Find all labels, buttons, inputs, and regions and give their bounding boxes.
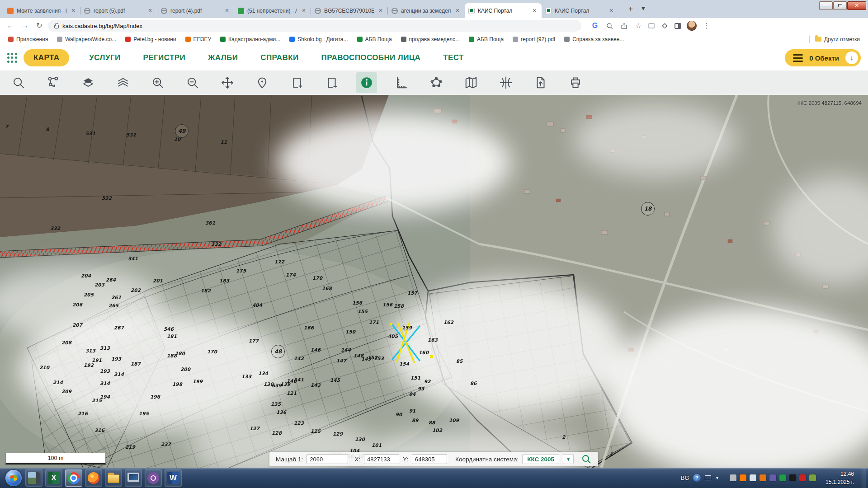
tab-close-icon[interactable]: × (608, 7, 615, 14)
tab-kais-portal-active[interactable]: КАИС Портал × (465, 3, 542, 18)
tab-bg57[interactable]: BG57CECB979010E359110 × (311, 3, 388, 18)
menu-test[interactable]: ТЕСТ (440, 49, 467, 66)
other-bookmarks-button[interactable]: Други отметки (811, 35, 863, 43)
start-button[interactable] (5, 470, 22, 486)
tool-select-features[interactable] (43, 72, 64, 93)
menu-spravki[interactable]: СПРАВКИ (258, 49, 301, 66)
tool-coordinates[interactable] (495, 72, 516, 93)
tray-icon-volume-muted[interactable] (799, 474, 806, 481)
bookmark-star-icon[interactable]: ☆ (634, 22, 643, 30)
tool-zoom-out[interactable] (182, 72, 203, 93)
show-desktop-button[interactable] (862, 468, 866, 488)
taskbar-clock[interactable]: 12:46 15.1.2025 г. (826, 470, 854, 486)
taskbar-app-explorer[interactable] (105, 469, 122, 487)
bookmark-item[interactable]: ЕПЗЕУ (182, 35, 215, 43)
window-close-button[interactable]: ✕ (847, 1, 866, 10)
tab-close-icon[interactable]: × (377, 7, 384, 14)
tool-info[interactable] (356, 72, 377, 93)
scale-input[interactable] (307, 454, 348, 464)
hamburger-icon[interactable] (793, 54, 803, 62)
lock-icon[interactable] (54, 25, 59, 28)
apps-grid-icon[interactable] (7, 53, 17, 63)
bookmark-item[interactable]: report (92).pdf (509, 35, 559, 43)
browser-menu-icon[interactable]: ⋮ (702, 22, 711, 30)
x-coordinate-input[interactable] (364, 454, 399, 464)
menu-uslugi[interactable]: УСЛУГИ (86, 49, 123, 66)
tab-close-icon[interactable]: × (223, 7, 231, 14)
y-coordinate-input[interactable] (412, 454, 447, 464)
window-frame-icon[interactable] (705, 475, 711, 480)
taskbar-app-chrome[interactable] (65, 469, 82, 487)
bookmark-item[interactable]: Справка за заявен... (561, 35, 627, 43)
bookmark-item[interactable]: АБВ Поща (354, 35, 396, 43)
crs-dropdown-icon[interactable]: ▼ (563, 454, 574, 464)
menu-zhalbi[interactable]: ЖАЛБИ (205, 49, 241, 66)
tool-select-rect-add[interactable] (287, 72, 307, 93)
tab-report-4[interactable]: report (4).pdf × (157, 3, 234, 18)
tool-search[interactable] (8, 72, 29, 93)
menu-registri[interactable]: РЕГИСТРИ (141, 49, 189, 66)
bookmark-item[interactable]: Приложения (5, 35, 52, 43)
google-icon[interactable]: G (590, 22, 599, 30)
taskbar-app-firefox[interactable] (85, 469, 102, 487)
tool-legend-map[interactable] (461, 72, 481, 93)
taskbar-app-word[interactable]: W (165, 469, 182, 487)
tool-zoom-in[interactable] (147, 72, 168, 93)
tab-abv-mail[interactable]: (51 непрочетени) - АБВ по × (234, 3, 311, 18)
share-icon[interactable] (619, 22, 628, 30)
tray-icon-network[interactable] (750, 474, 756, 481)
tool-base-layers[interactable] (78, 72, 99, 93)
tool-export[interactable] (530, 72, 551, 93)
tab-close-icon[interactable]: × (146, 7, 154, 14)
url-omnibox[interactable]: kais.cadastre.bg/bg/Map/Index (48, 20, 581, 32)
map-canvas[interactable]: 7 8 531 532 10 11 532 361 332 332 341 (0, 95, 868, 468)
bookmark-item[interactable]: Petel.bg - новини (122, 35, 179, 43)
objects-pill[interactable]: 0 Обекти ↓ (785, 49, 861, 66)
bookmark-item[interactable]: Shkolo.bg : Дигита... (286, 35, 351, 43)
language-indicator[interactable]: BG (681, 475, 689, 481)
tool-pan[interactable] (217, 72, 238, 93)
menu-karta[interactable]: КАРТА (24, 49, 69, 66)
tool-layers[interactable] (113, 72, 133, 93)
tray-icon-plant[interactable] (809, 474, 816, 481)
tool-measure[interactable] (391, 72, 412, 93)
taskbar-app-cadastre[interactable] (25, 469, 42, 487)
tray-expand-icon[interactable]: ▼ (715, 476, 719, 480)
tab-report-5[interactable]: report (5).pdf × (80, 3, 157, 18)
help-icon[interactable]: ? (693, 474, 701, 482)
crs-select[interactable]: ККС 2005 (522, 454, 559, 464)
tray-icon-printer[interactable] (730, 474, 736, 481)
tab-search-chevron-icon[interactable]: ▼ (637, 3, 649, 15)
taskbar-app-rdp[interactable] (125, 469, 142, 487)
tab-close-icon[interactable]: × (531, 7, 538, 14)
objects-download-icon[interactable]: ↓ (845, 52, 858, 64)
tray-icon-abbyy[interactable] (760, 474, 766, 481)
bookmark-item[interactable]: WallpapersWide.co... (53, 35, 120, 43)
taskbar-app-viber[interactable] (145, 469, 162, 487)
window-maximize-button[interactable] (833, 1, 847, 10)
tab-close-icon[interactable]: × (300, 7, 307, 14)
reload-icon[interactable]: ↻ (33, 20, 45, 32)
menu-pravosposobni-litsa[interactable]: ПРАВОСПОСОБНИ ЛИЦА (319, 49, 424, 66)
taskbar-app-excel[interactable]: X (45, 469, 62, 487)
bookmark-item[interactable]: Кадастрално-адми... (217, 35, 284, 43)
bookmark-item[interactable]: продава земеделс... (397, 35, 464, 43)
back-icon[interactable]: ← (5, 20, 16, 32)
new-tab-button[interactable]: + (625, 3, 637, 15)
inactive-extension-icon[interactable] (648, 23, 655, 28)
tab-close-icon[interactable]: × (70, 7, 77, 14)
tab-agencii[interactable]: агенции за земеделска зе × (388, 3, 465, 18)
side-panel-icon[interactable] (675, 23, 681, 29)
status-search-icon[interactable] (581, 454, 592, 465)
tool-locate[interactable] (252, 72, 273, 93)
tab-kais-portal[interactable]: КАИС Портал × (542, 3, 618, 18)
tool-polygon[interactable] (426, 72, 447, 93)
tray-icon-green-app[interactable] (779, 474, 786, 481)
tool-print[interactable] (565, 72, 586, 93)
tab-moite-zayavlenia[interactable]: Моите заявления - ЕПЗЕУ × (4, 3, 80, 18)
profile-avatar[interactable] (687, 21, 697, 31)
tray-icon-avast[interactable] (740, 474, 746, 481)
tool-select-rect-remove[interactable] (321, 72, 342, 93)
tray-icon-dark-app[interactable] (789, 474, 796, 481)
tray-icon-viber[interactable] (769, 474, 776, 481)
